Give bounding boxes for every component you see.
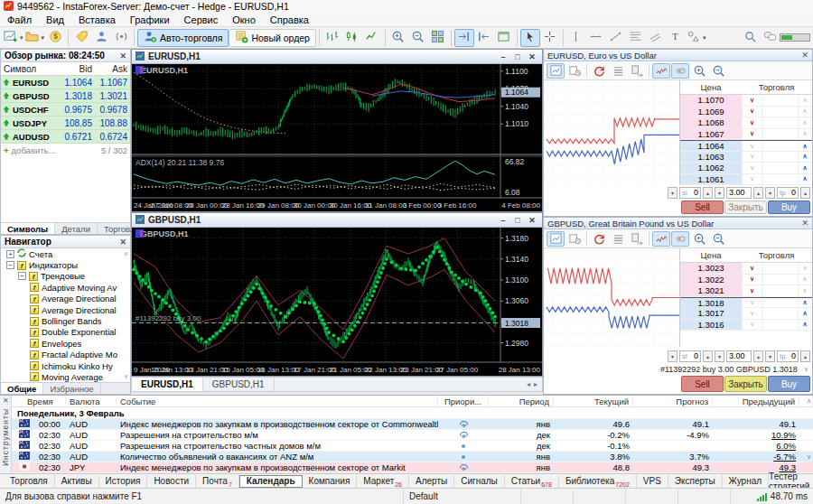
profiles-button[interactable]: ▾	[24, 29, 46, 47]
sell-stop-button[interactable]: ∨	[742, 163, 762, 173]
tree-scroll-up-icon[interactable]: ∧	[124, 250, 128, 257]
dom-eurusd-sl-down-button[interactable]: ▾	[668, 187, 678, 199]
toolbox-tab-market[interactable]: Маркет26	[357, 475, 409, 488]
autoscroll-button[interactable]	[454, 29, 474, 47]
buy-limit-button[interactable]: ∧	[798, 174, 811, 185]
navigator-tab-Избранное[interactable]: Избранное	[43, 383, 100, 394]
new-order-button[interactable]: Новый ордер	[229, 29, 316, 47]
dom-gbpusd-close-button[interactable]: Закрыть	[724, 376, 767, 392]
sell-limit-button[interactable]: ∨	[742, 107, 762, 117]
collapse-icon[interactable]: −	[18, 272, 26, 280]
dom-eurusd-sl-field[interactable]: sl0	[679, 187, 701, 199]
calendar-column-0[interactable]: Время	[12, 396, 66, 406]
toolbox-tab-library[interactable]: Библиотека7202	[559, 475, 637, 488]
calendar-event-row[interactable]: 02:30AUDРазрешения на строительство част…	[12, 441, 813, 452]
calendar-column-4[interactable]: Период	[489, 396, 554, 406]
expand-icon[interactable]: +	[6, 250, 14, 258]
dom-eurusd-close-icon[interactable]: ✕	[801, 51, 808, 60]
toolbox-tab-trade[interactable]: Торговля	[4, 475, 55, 488]
line-chart-button[interactable]	[362, 29, 382, 47]
tab-scroll-left-icon[interactable]: ◂	[527, 380, 530, 388]
chart-window-titlebar-eurusd[interactable]: EURUSD,H1 – □ ✕	[132, 50, 542, 64]
dom-gbpusd-zoomout-button[interactable]	[709, 231, 727, 247]
dom-eurusd-depth-button[interactable]	[609, 63, 627, 79]
dom-eurusd-refresh-button[interactable]	[590, 63, 608, 79]
calendar-column-5[interactable]: Текущий	[554, 396, 633, 406]
market-watch-tab-Детали[interactable]: Детали	[55, 223, 98, 234]
calendar-event-row[interactable]: 02:30AUDКоличество объявлений о вакансия…	[12, 452, 813, 462]
tab-scroll-right-icon[interactable]: ▸	[534, 380, 537, 388]
dom-eurusd-domtime-button[interactable]	[565, 63, 584, 79]
dom-gbpusd-volume-up-button[interactable]: ▴	[753, 350, 763, 362]
text-button[interactable]: T	[666, 29, 686, 47]
navigator-tree-item[interactable]: −fТрендовые	[1, 271, 130, 282]
menu-item-tools[interactable]: Сервис	[177, 13, 226, 26]
toolbox-tab-news[interactable]: Новости	[147, 475, 196, 488]
sell-stop-button[interactable]: ∨	[742, 320, 762, 331]
dom-eurusd-tp-up-button[interactable]: ▴	[800, 187, 810, 199]
navigator-tree-item[interactable]: fAverage Directional	[1, 304, 130, 315]
menu-item-help[interactable]: Справка	[263, 13, 316, 26]
toolbox-tab-articles[interactable]: Статьи678	[505, 475, 559, 488]
toolbox-tab-assets[interactable]: Активы	[55, 475, 99, 488]
dom-gbpusd-volume-field[interactable]: 3.00	[726, 350, 752, 362]
sell-limit-button[interactable]: ∨	[742, 129, 762, 140]
dom-gbpusd-refresh-button[interactable]	[590, 231, 608, 247]
navigator-tab-Общие[interactable]: Общие	[1, 383, 43, 394]
dom-gbpusd-position-row[interactable]: #11392292 buy 3.00 GBPUSD 1.3018∨	[657, 363, 812, 375]
dom-eurusd-tp-field[interactable]: tp0	[777, 187, 799, 199]
navigator-tree-item[interactable]: fIchimoku Kinko Hy	[1, 360, 130, 371]
dom-eurusd-volume-up-button[interactable]: ▴	[753, 187, 763, 199]
status-profile[interactable]: Default	[403, 489, 520, 504]
sell-limit-button[interactable]: ∨	[742, 275, 762, 285]
calendar-event-row[interactable]: 00:00AUDИндекс менеджеров по закупкам в …	[12, 419, 813, 430]
navigator-close-icon[interactable]: ✕	[119, 238, 126, 247]
market-watch-row[interactable]: USDCHF0.96750.9678	[1, 103, 130, 117]
horizontal-line-button[interactable]	[586, 29, 606, 47]
dom-gbpusd-buy-button[interactable]: Buy	[768, 376, 810, 392]
dom-gbpusd-ticks-button[interactable]	[652, 231, 670, 247]
bars-chart-button[interactable]	[322, 29, 342, 47]
market-watch-row[interactable]: AUDUSD0.67210.6724	[1, 130, 130, 144]
navigator-tree-item[interactable]: fBollinger Bands	[1, 315, 130, 326]
dom-gbpusd-sl-down-button[interactable]: ▾	[668, 350, 678, 362]
toolbox-tab-calendar[interactable]: Календарь	[239, 475, 303, 488]
chart-shift-button[interactable]	[474, 29, 494, 47]
fibonacci-button[interactable]	[626, 29, 646, 47]
toolbox-tab-mail[interactable]: Почта7	[196, 475, 239, 488]
dom-gbpusd-zoomin-button[interactable]	[690, 231, 708, 247]
dom-eurusd-close-button[interactable]: Закрыть	[724, 201, 767, 214]
signals-button[interactable]	[111, 29, 131, 47]
menu-item-file[interactable]: Файл	[0, 13, 39, 26]
chat-button[interactable]	[760, 29, 780, 47]
buy-limit-button[interactable]: ∧	[798, 308, 811, 319]
menu-item-window[interactable]: Окно	[225, 13, 263, 26]
navigator-tree-item[interactable]: −fИндикаторы	[1, 259, 130, 270]
toolbox-tab-history[interactable]: История	[99, 475, 148, 488]
dom-eurusd-volume-field[interactable]: 3.00	[726, 187, 752, 199]
chart-tab-gbpusd-h1[interactable]: GBPUSD,H1	[203, 378, 275, 391]
dom-gbpusd-tp-down-button[interactable]: ▾	[765, 350, 775, 362]
calendar-column-1[interactable]: Валюта	[66, 396, 117, 406]
buy-stop-button[interactable]: ∧	[798, 117, 811, 128]
eurusd-minimize-button[interactable]: –	[497, 51, 509, 62]
toolbox-tab-company[interactable]: Компания	[303, 475, 358, 488]
crosshair-button[interactable]	[540, 29, 560, 47]
toolbox-tab-experts[interactable]: Эксперты	[668, 475, 723, 488]
calendar-event-row[interactable]: 02:30AUDРазрешения на строительство м/мд…	[12, 430, 813, 441]
buy-stop-button[interactable]: ∧	[798, 263, 811, 274]
dom-eurusd-sl-up-button[interactable]: ▴	[703, 187, 713, 199]
market-watch-button[interactable]	[91, 29, 111, 47]
dom-gbpusd-group-button[interactable]	[671, 231, 689, 247]
tile-windows-button[interactable]	[428, 29, 448, 47]
dom-eurusd-zoomout-button[interactable]	[709, 63, 727, 79]
chart-tab-eurusd-h1[interactable]: EURUSD,H1	[132, 378, 203, 391]
new-chart-button[interactable]: ▾	[3, 29, 24, 47]
dom-eurusd-transfer-button[interactable]	[628, 63, 646, 79]
buy-limit-button[interactable]: ∧	[798, 298, 811, 308]
navigator-tree-item[interactable]: fAverage Directional	[1, 294, 130, 304]
dom-eurusd-domchart-button[interactable]	[547, 63, 565, 79]
tree-scroll-down-icon[interactable]: ∨	[124, 373, 128, 380]
zoom-out-button[interactable]	[408, 29, 428, 47]
navigator-tree-item[interactable]: fMoving Average	[1, 371, 130, 382]
